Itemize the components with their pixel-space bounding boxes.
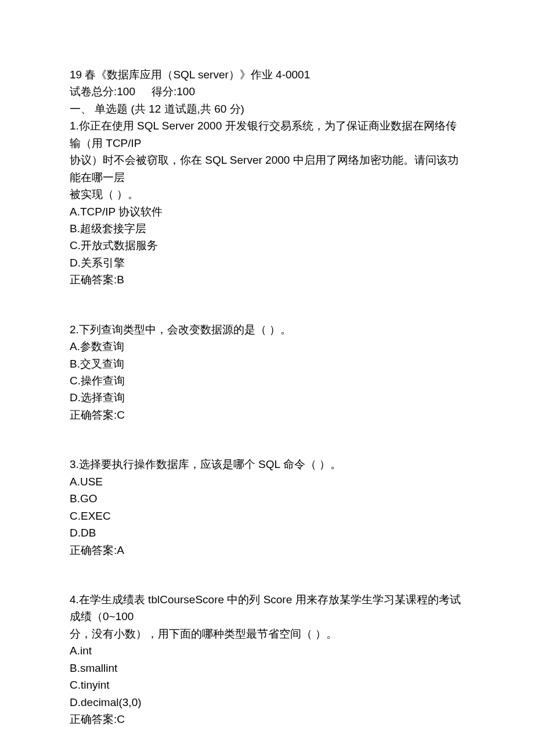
question-option: D.DB <box>70 524 464 541</box>
correct-answer: 正确答案:A <box>70 542 464 559</box>
question-option: C.开放式数据服务 <box>70 237 464 254</box>
correct-answer: 正确答案:C <box>70 711 464 728</box>
question-stem: 2.下列查询类型中，会改变数据源的是（ ）。 <box>70 321 464 338</box>
question-option: D.decimal(3,0) <box>70 694 464 711</box>
question-option: A.TCP/IP 协议软件 <box>70 203 464 220</box>
correct-answer: 正确答案:B <box>70 271 464 288</box>
question-stem: 协议）时不会被窃取，你在 SQL Server 2000 中启用了网络加密功能。… <box>70 152 464 186</box>
score-label: 得分: <box>151 85 176 98</box>
question-separator <box>70 728 464 756</box>
exam-document: 19 春《数据库应用（SQL server）》作业 4-0001 试卷总分:10… <box>0 0 534 756</box>
question-separator <box>70 289 464 321</box>
question-stem: 分，没有小数），用下面的哪种类型最节省空间（ ）。 <box>70 625 464 642</box>
question-separator <box>70 559 464 591</box>
question-option: A.参数查询 <box>70 338 464 355</box>
correct-answer: 正确答案:C <box>70 406 464 423</box>
question-separator <box>70 423 464 456</box>
total-score-label: 试卷总分: <box>70 85 117 98</box>
question-option: B.交叉查询 <box>70 355 464 372</box>
question-option: D.关系引擎 <box>70 254 464 271</box>
question-option: C.EXEC <box>70 507 464 524</box>
question-stem: 1.你正在使用 SQL Server 2000 开发银行交易系统，为了保证商业数… <box>70 117 464 152</box>
question-option: B.超级套接字层 <box>70 220 464 237</box>
question-option: D.选择查询 <box>70 389 464 406</box>
question-option: A.USE <box>70 473 464 490</box>
score-value: 100 <box>176 85 195 98</box>
question-option: A.int <box>70 642 464 659</box>
question-stem: 4.在学生成绩表 tblCourseScore 中的列 Score 用来存放某学… <box>70 591 464 625</box>
questions-list: 1.你正在使用 SQL Server 2000 开发银行交易系统，为了保证商业数… <box>70 117 464 756</box>
question-option: B.smallint <box>70 660 464 676</box>
exam-title: 19 春《数据库应用（SQL server）》作业 4-0001 <box>70 66 464 83</box>
section-heading: 一、 单选题 (共 12 道试题,共 60 分) <box>70 100 464 117</box>
question-option: C.tinyint <box>70 676 464 693</box>
question-option: C.操作查询 <box>70 372 464 389</box>
score-line: 试卷总分:100得分:100 <box>70 83 464 100</box>
question-stem: 被实现（ ）。 <box>70 186 464 203</box>
total-score-value: 100 <box>117 85 135 98</box>
question-stem: 3.选择要执行操作数据库，应该是哪个 SQL 命令（ ）。 <box>70 456 464 473</box>
question-option: B.GO <box>70 490 464 507</box>
